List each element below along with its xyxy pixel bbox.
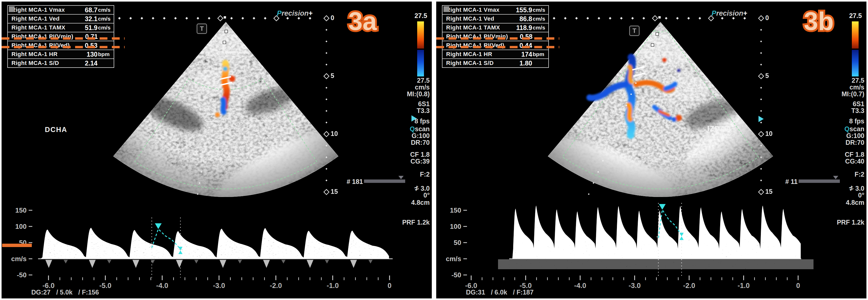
- panel-3b: 15010050cm/s-50 -6.0-5.0-4.0-3.0-2.0-1.0…: [436, 2, 866, 298]
- cine-position-marker[interactable]: [398, 176, 404, 179]
- svg-text:-50: -50: [451, 271, 461, 279]
- depth-ruler: [758, 16, 764, 194]
- cg-value: CG:40: [845, 157, 864, 165]
- qscan-q: Q: [844, 125, 849, 132]
- status-f: / F:156: [78, 289, 99, 296]
- measure-label: Right MCA-1 S/D: [442, 60, 507, 66]
- measure-unit: cm/s: [532, 7, 548, 13]
- svg-text:-2.0: -2.0: [270, 282, 282, 290]
- colorbar-warm: [417, 21, 424, 49]
- colorbar-min-label: 27.5: [851, 77, 864, 84]
- thermal-index: T3.3: [417, 107, 430, 115]
- measure-value: 86.8: [507, 15, 532, 23]
- svg-text:-1.0: -1.0: [327, 282, 339, 290]
- measure-value: 51.9: [72, 24, 97, 32]
- measure-label: Right MCA-1 Ved: [442, 16, 507, 22]
- colorbar-max-label: 27.5: [412, 12, 429, 20]
- panel-3a: 15010050cm/s-50 -6.0-5.0-4.0-3.0-2.0-1.0…: [2, 2, 432, 298]
- measure-label: Right MCA-1 Vmax: [8, 6, 72, 13]
- svg-text:-50: -50: [17, 271, 27, 279]
- brand-rest: recision: [716, 9, 743, 17]
- gate-size-value: 3.0: [421, 185, 430, 192]
- table-row: Right MCA-1 S/D1.80: [442, 58, 548, 67]
- frame-number: # 181: [346, 178, 363, 185]
- spectral-yaxis: 15010050cm/s-50: [446, 206, 467, 279]
- colorbar-min-label: 27.5: [417, 77, 430, 84]
- velocity-highlight-marker: [2, 244, 32, 247]
- filter-value: F:2: [420, 171, 430, 178]
- colorbar-max-label: 27.5: [847, 12, 864, 20]
- table-corner-chip: [9, 6, 14, 12]
- measure-unit: bpm: [97, 51, 114, 57]
- table-row: Right MCA-1 TAMX118.9cm/s: [442, 23, 548, 32]
- measure-value: 32.1: [72, 15, 97, 23]
- figure-label-fill: 3b: [804, 7, 834, 35]
- measure-value: 2.14: [72, 59, 97, 67]
- color-scale-bar: [417, 21, 424, 77]
- cine-position-marker[interactable]: [833, 176, 838, 179]
- measure-unit: bpm: [532, 51, 548, 57]
- spectral-waveform: [38, 203, 393, 268]
- measure-value: 130: [72, 51, 97, 58]
- svg-text:-2.0: -2.0: [683, 282, 695, 290]
- svg-text:-4.0: -4.0: [156, 282, 168, 290]
- sample-gate-icon: ≠: [848, 184, 855, 193]
- status-dg: DG:31: [466, 289, 485, 296]
- measurement-table: Right MCA-1 Vmax68.7cm/s Right MCA-1 Ved…: [7, 5, 114, 68]
- svg-text:-1.0: -1.0: [738, 282, 750, 290]
- spectral-xaxis: -6.0-5.0-4.0-3.0-2.0-1.00: [465, 275, 800, 290]
- svg-text:0: 0: [796, 282, 800, 290]
- qscan-rest: scan: [415, 125, 430, 132]
- measure-unit: cm/s: [97, 25, 114, 31]
- edge-pointer-icon: [758, 116, 764, 122]
- measure-unit: cm/s: [97, 16, 114, 22]
- mi-value: MI:(0.7): [842, 90, 865, 98]
- mi-value: MI:(0.8): [407, 90, 430, 98]
- measure-label: Right MCA-1 HR: [8, 51, 72, 58]
- cine-progress-bar[interactable]: [364, 179, 405, 183]
- thermal-index: T3.3: [851, 107, 864, 115]
- colorbar-unit: cm/s: [849, 84, 864, 91]
- status-dg: DG:27: [31, 289, 51, 296]
- status-bar: DG:31/ 6.0k/ F:187: [466, 289, 539, 296]
- measure-value: 68.7: [72, 6, 97, 14]
- colorbar-cool: [417, 50, 424, 77]
- cine-progress-bar[interactable]: [799, 179, 840, 183]
- filter-value: F:2: [855, 171, 865, 178]
- wave-blips: [513, 260, 799, 269]
- measure-value: 118.9: [507, 24, 532, 32]
- gate-depth: 4.8cm: [411, 199, 430, 206]
- svg-text:150: 150: [16, 206, 27, 214]
- spectral-xaxis: -6.0-5.0-4.0-3.0-2.0-1.00: [42, 275, 392, 290]
- brand-logo: Precision+: [712, 9, 747, 18]
- cf-value: CF 1.8: [410, 151, 430, 158]
- depth-label-10: 10: [331, 130, 338, 138]
- cf-value: CF 1.8: [845, 151, 864, 158]
- prf-value: PRF 1.2k: [837, 219, 864, 226]
- dynamic-range: DR:70: [411, 139, 430, 146]
- depth-label-0: 0: [331, 14, 334, 22]
- prf-value: PRF 1.2k: [402, 219, 430, 226]
- measure-value: 155.9: [507, 6, 532, 14]
- svg-text:100: 100: [16, 222, 27, 230]
- svg-text:cm/s: cm/s: [446, 255, 461, 263]
- spectral-yaxis: 15010050cm/s-50: [11, 206, 32, 279]
- colorbar-warm: [852, 21, 859, 49]
- brand-plus: +: [309, 9, 313, 17]
- measure-label: Right MCA-1 TAMX: [442, 24, 507, 31]
- frame-rate: 8 fps: [849, 117, 864, 125]
- bmode-fan: [523, 20, 780, 214]
- measure-label: Right MCA-1 Ved: [8, 16, 72, 22]
- table-row: Right MCA-1 TAMX51.9cm/s: [8, 23, 114, 32]
- depth-ruler: [324, 16, 329, 194]
- svg-text:cm/s: cm/s: [11, 255, 27, 263]
- highlight-dash-ri: [436, 46, 559, 48]
- brand-logo: Precision+: [277, 9, 313, 18]
- gain-value: G:100: [412, 132, 430, 140]
- table-row: Right MCA-1 HR130bpm: [8, 50, 114, 58]
- svg-text:-3.0: -3.0: [213, 282, 225, 290]
- measure-label: Right MCA-1 HR: [442, 51, 507, 58]
- status-rate: / 6.0k: [491, 289, 507, 296]
- measure-value: 174: [507, 51, 532, 58]
- status-f: / F:187: [513, 289, 533, 296]
